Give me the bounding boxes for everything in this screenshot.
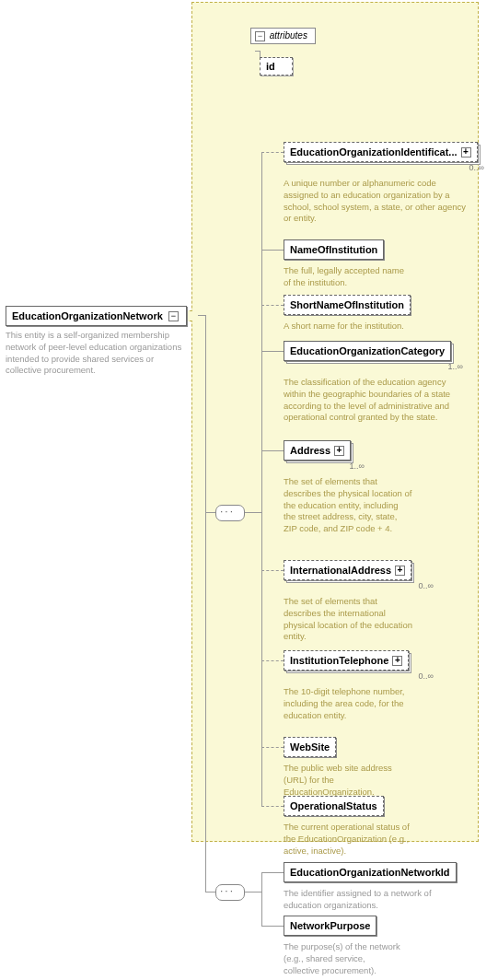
schema-element: EducationOrganizationCategory1..∞The cla… (284, 341, 465, 424)
element-label: EducationOrganizationCategory (290, 345, 445, 356)
element-label: Address (290, 445, 330, 456)
connector (261, 872, 262, 926)
schema-element: EducationOrganizationIdentificat...+0..∞… (284, 142, 486, 225)
attributes-label: attributes (270, 30, 307, 41)
connector (261, 305, 284, 306)
attribute-id[interactable]: id (260, 57, 293, 76)
cardinality: 1..∞ (284, 461, 365, 471)
element-label: WebSite (290, 741, 330, 752)
cardinality: 0..∞ (284, 163, 484, 172)
connector (261, 152, 284, 153)
schema-element: WebSiteThe public web site address (URL)… (284, 737, 412, 798)
element-label: InternationalAddress (290, 565, 391, 576)
schema-element: NetworkPurposeThe purpose(s) of the netw… (284, 916, 403, 976)
element-label: InstitutionTelephone (290, 655, 388, 666)
root-element-label: EducationOrganizationNetwork (12, 310, 163, 321)
element-label: EducationOrganizationIdentificat... (290, 146, 457, 158)
connector (261, 250, 284, 251)
collapse-icon[interactable]: − (168, 311, 179, 321)
element-box[interactable]: InternationalAddress+ (284, 560, 411, 580)
collapse-icon[interactable]: − (255, 31, 265, 41)
element-box[interactable]: InstitutionTelephone+ (284, 650, 409, 671)
element-description: The purpose(s) of the network (e.g., sha… (284, 941, 403, 976)
cardinality: 0..∞ (284, 671, 434, 681)
element-description: The classification of the education agen… (284, 377, 463, 424)
element-label: NameOfInstitution (290, 244, 377, 255)
element-description: The identifier assigned to a network of … (284, 888, 468, 912)
connector (261, 351, 284, 352)
element-box[interactable]: EducationOrganizationIdentificat...+ (284, 142, 478, 162)
connector (261, 747, 284, 748)
connector (261, 872, 284, 873)
root-element[interactable]: EducationOrganizationNetwork − (6, 306, 187, 326)
connector (205, 315, 206, 892)
connector (255, 51, 261, 52)
connector (261, 926, 284, 927)
connector (261, 450, 284, 451)
element-description: The set of elements that describes the i… (284, 596, 412, 643)
element-label: EducationOrganizationNetworkId (290, 867, 450, 878)
connector (261, 806, 284, 807)
element-label: ShortNameOfInstitution (290, 299, 404, 310)
element-box[interactable]: EducationOrganizationCategory (284, 341, 451, 361)
element-box[interactable]: ShortNameOfInstitution (284, 295, 411, 315)
schema-element: InternationalAddress+0..∞The set of elem… (284, 560, 435, 643)
root-description: This entity is a self-organized membersh… (6, 330, 185, 377)
schema-element: NameOfInstitutionThe full, legally accep… (284, 239, 408, 289)
element-description: The current operational status of the Ed… (284, 822, 417, 857)
schema-element: OperationalStatusThe current operational… (284, 796, 417, 857)
element-box[interactable]: OperationalStatus (284, 796, 384, 816)
connector (205, 512, 215, 513)
element-box[interactable]: WebSite (284, 737, 336, 757)
element-description: The set of elements that describes the p… (284, 476, 412, 535)
element-box[interactable]: EducationOrganizationNetworkId (284, 862, 457, 882)
expand-icon[interactable]: + (461, 147, 471, 158)
element-description: A short name for the institution. (284, 321, 431, 332)
connector (243, 892, 261, 892)
element-description: A unique number or alphanumeric code ass… (284, 178, 468, 225)
schema-element: ShortNameOfInstitutionA short name for t… (284, 295, 431, 332)
element-box[interactable]: NetworkPurpose (284, 916, 376, 936)
attributes-group[interactable]: − attributes (250, 28, 316, 44)
element-label: NetworkPurpose (290, 920, 370, 931)
expand-icon[interactable]: + (395, 566, 405, 576)
expand-icon[interactable]: + (392, 656, 402, 666)
connector (243, 512, 261, 513)
element-box[interactable]: NameOfInstitution (284, 239, 384, 260)
connector (261, 570, 284, 571)
element-label: OperationalStatus (290, 800, 377, 811)
connector (205, 892, 215, 892)
element-description: The full, legally accepted name of the i… (284, 265, 408, 289)
schema-element: Address+1..∞The set of elements that des… (284, 440, 412, 535)
element-description: The public web site address (URL) for th… (284, 763, 412, 798)
element-box[interactable]: Address+ (284, 440, 351, 461)
cardinality: 1..∞ (284, 362, 463, 371)
schema-element: InstitutionTelephone+0..∞The 10-digit te… (284, 650, 435, 721)
connector (261, 660, 284, 661)
cardinality: 0..∞ (284, 581, 434, 590)
sequence-compositor[interactable] (215, 505, 245, 521)
expand-icon[interactable]: + (334, 446, 344, 456)
attribute-id-label: id (266, 61, 275, 72)
element-description: The 10-digit telephone number, including… (284, 686, 412, 721)
diagram-canvas: EducationOrganization (extension) Educat… (0, 0, 498, 980)
schema-element: EducationOrganizationNetworkIdThe identi… (284, 862, 468, 912)
connector (198, 315, 205, 316)
sequence-compositor[interactable] (215, 884, 245, 901)
